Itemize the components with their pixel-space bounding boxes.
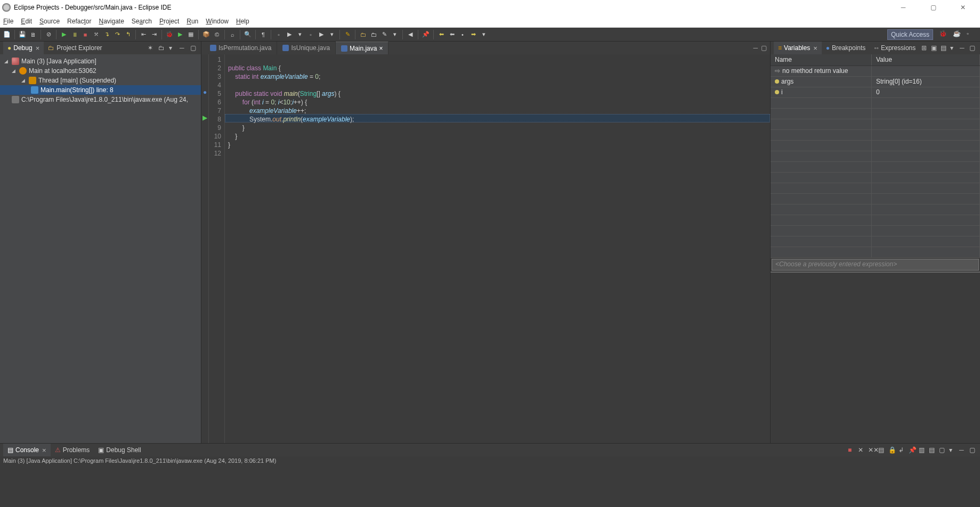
- var-row[interactable]: ⇨no method return value: [771, 66, 980, 77]
- editor-tab-isunique[interactable]: IsUnique.java: [277, 42, 336, 54]
- pin-icon[interactable]: 📌: [421, 30, 431, 39]
- step-return-icon[interactable]: ↰: [123, 30, 133, 39]
- twisty-icon[interactable]: ◢: [21, 78, 27, 83]
- wrap-icon[interactable]: ↲: [898, 446, 906, 454]
- tab-debugshell[interactable]: ▣ Debug Shell: [94, 444, 145, 456]
- menu-navigate[interactable]: Navigate: [99, 18, 124, 25]
- run-icon[interactable]: ▶: [175, 30, 185, 39]
- tab-debug[interactable]: ● Debug ×: [3, 42, 44, 54]
- maximize-icon[interactable]: ▢: [969, 44, 977, 52]
- prev-perspective-icon[interactable]: ◀: [406, 30, 415, 39]
- menu-source[interactable]: Source: [39, 18, 60, 25]
- col-value[interactable]: Value: [872, 54, 980, 66]
- minimize-icon[interactable]: ─: [180, 44, 187, 52]
- editor-tab-main[interactable]: Main.java ×: [336, 42, 388, 54]
- menu-refactor[interactable]: Refactor: [67, 18, 91, 25]
- perspective-java-icon[interactable]: ☕: [953, 30, 962, 39]
- suspend-icon[interactable]: ⏸: [70, 30, 79, 39]
- disconnect-icon[interactable]: ⤱: [91, 30, 101, 39]
- new-package-icon[interactable]: 📦: [201, 30, 211, 39]
- minimize-button[interactable]: ─: [894, 1, 913, 14]
- var-row[interactable]: args String[0] (id=16): [771, 77, 980, 87]
- debug-icon[interactable]: 🐞: [165, 30, 174, 39]
- dropdown-icon[interactable]: ▾: [169, 44, 176, 52]
- minimize-icon[interactable]: ─: [959, 446, 967, 454]
- close-icon[interactable]: ×: [36, 44, 40, 52]
- prev-annotation-icon[interactable]: ◦: [274, 30, 284, 39]
- breakpoint-icon[interactable]: ●: [201, 88, 208, 97]
- skip-breakpoints-icon[interactable]: ⊘: [44, 30, 53, 39]
- maximize-icon[interactable]: ▢: [969, 446, 977, 454]
- back-icon[interactable]: ⬅: [436, 30, 446, 39]
- menu-window[interactable]: Window: [206, 18, 229, 25]
- maximize-icon[interactable]: ▢: [190, 44, 198, 52]
- fwd-icon[interactable]: •: [458, 30, 467, 39]
- saveall-icon[interactable]: 🗎: [28, 30, 38, 39]
- close-icon[interactable]: ×: [42, 446, 46, 454]
- twisty-icon[interactable]: ◢: [12, 68, 17, 73]
- minimize-icon[interactable]: ─: [753, 44, 758, 52]
- dropdown-icon[interactable]: ▾: [949, 446, 957, 454]
- new-icon[interactable]: 📄: [2, 30, 12, 39]
- expression-input[interactable]: <Choose a previously entered expression>: [772, 259, 979, 271]
- folder2-icon[interactable]: 🗀: [369, 30, 378, 39]
- step-over-icon[interactable]: ↷: [112, 30, 122, 39]
- maximize-button[interactable]: ▢: [924, 1, 943, 14]
- view-menu-icon[interactable]: ✶: [148, 44, 155, 52]
- tree-exe[interactable]: C:\Program Files\Java\jre1.8.0_211\bin\j…: [21, 96, 188, 103]
- prev-edit-icon[interactable]: ◦: [306, 30, 315, 39]
- toggle-mark-icon[interactable]: ¶: [258, 30, 268, 39]
- terminate-icon[interactable]: ■: [848, 446, 855, 454]
- tab-variables[interactable]: ≡ Variables ×: [774, 42, 822, 54]
- drop-icon[interactable]: ▾: [295, 30, 305, 39]
- debug-tree[interactable]: ◢ Main (3) [Java Application] ◢ Main at …: [0, 54, 201, 107]
- tree-thread[interactable]: Thread [main] (Suspended): [38, 77, 116, 84]
- editor-tab-ispermutation[interactable]: IsPermutation.java: [205, 42, 277, 54]
- maximize-icon[interactable]: ▢: [761, 44, 767, 52]
- perspective-more-icon[interactable]: ◦: [967, 30, 976, 39]
- resume-icon[interactable]: ▶: [59, 30, 69, 39]
- drop2-icon[interactable]: ▾: [327, 30, 337, 39]
- drop-frame-icon[interactable]: ⇤: [139, 30, 148, 39]
- stack-frame[interactable]: Main.main(String[]) line: 8: [0, 85, 201, 95]
- folder-icon[interactable]: 🗀: [358, 30, 368, 39]
- next-edit-icon[interactable]: ▶: [317, 30, 326, 39]
- clear-icon[interactable]: ▤: [878, 446, 886, 454]
- close-button[interactable]: ✕: [953, 1, 973, 14]
- marker-column[interactable]: ● ▶: [201, 54, 209, 443]
- terminate-icon[interactable]: ■: [80, 30, 90, 39]
- drop4-icon[interactable]: ▾: [479, 30, 489, 39]
- fwd2-icon[interactable]: ➡: [468, 30, 478, 39]
- coverage-icon[interactable]: ▦: [186, 30, 196, 39]
- collapse-icon[interactable]: ▣: [931, 44, 938, 52]
- quick-access[interactable]: Quick Access: [887, 29, 933, 40]
- show-type-icon[interactable]: ⊞: [921, 44, 929, 52]
- close-icon[interactable]: ×: [379, 45, 383, 52]
- step-filter-icon[interactable]: ⇥: [149, 30, 159, 39]
- pencil-icon[interactable]: ✎: [379, 30, 389, 39]
- remove-all-icon[interactable]: ✕✕: [868, 446, 876, 454]
- tree-root[interactable]: Main (3) [Java Application]: [21, 58, 96, 65]
- display-icon[interactable]: ▥: [919, 446, 926, 454]
- var-row[interactable]: i 0: [771, 87, 980, 98]
- menu-edit[interactable]: Edit: [21, 18, 32, 25]
- new-console-icon[interactable]: ▢: [939, 446, 946, 454]
- pin-console-icon[interactable]: 📌: [909, 446, 916, 454]
- close-icon[interactable]: ×: [813, 44, 817, 52]
- menu-run[interactable]: Run: [187, 18, 198, 25]
- menu-search[interactable]: Search: [132, 18, 152, 25]
- open-console-icon[interactable]: ▤: [929, 446, 936, 454]
- save-icon[interactable]: 💾: [18, 30, 27, 39]
- next-annotation-icon[interactable]: ▶: [285, 30, 294, 39]
- twisty-icon[interactable]: ◢: [4, 59, 10, 64]
- tab-console[interactable]: ▤ Console ×: [3, 444, 51, 456]
- perspective-debug-icon[interactable]: 🐞: [939, 30, 949, 39]
- menu-file[interactable]: File: [3, 18, 13, 25]
- detail-pane[interactable]: [771, 272, 980, 443]
- dropdown-icon[interactable]: ▾: [950, 44, 958, 52]
- menu-project[interactable]: Project: [159, 18, 179, 25]
- tab-problems[interactable]: ⚠ Problems: [51, 444, 94, 456]
- variables-table[interactable]: Name Value ⇨no method return value args …: [771, 54, 980, 258]
- new-class-icon[interactable]: ©: [212, 30, 222, 39]
- console-output[interactable]: [0, 467, 980, 507]
